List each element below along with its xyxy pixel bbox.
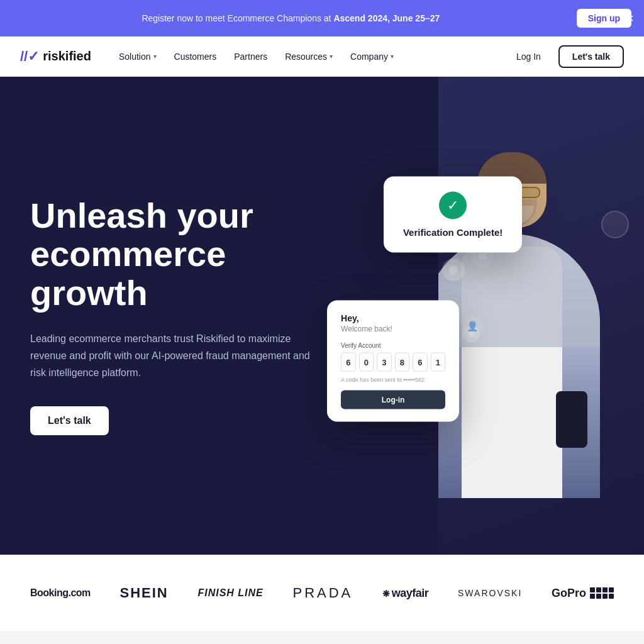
hero-section: Unleash your ecommerce growth Leading ec… <box>0 77 644 555</box>
chevron-down-icon: ▾ <box>391 53 394 60</box>
signup-button[interactable]: Sign up <box>577 9 631 28</box>
logo-booking: Booking.com <box>30 587 91 599</box>
welcome-sub-text: Welcome back! <box>341 325 445 333</box>
lets-talk-nav-button[interactable]: Let's talk <box>558 45 624 68</box>
logo-finish-line: FINISH LINE <box>197 587 263 599</box>
nav-item-partners[interactable]: Partners <box>226 47 275 67</box>
announcement-bar: Register now to meet Ecommerce Champions… <box>0 0 644 36</box>
verification-title: Verification Complete! <box>401 227 504 238</box>
code-digit-5: 6 <box>413 353 428 372</box>
chevron-down-icon: ▾ <box>330 53 333 60</box>
check-icon: ✓ <box>439 192 467 219</box>
hero-cta-button[interactable]: Let's talk <box>30 406 109 435</box>
code-input-boxes: 6 0 3 8 6 1 <box>341 353 445 372</box>
logo-wayfair: wayfair <box>382 587 428 600</box>
code-digit-6: 1 <box>431 353 446 372</box>
announcement-text: Register now to meet Ecommerce Champions… <box>13 13 569 23</box>
logo-swarovski: SWAROVSKI <box>458 588 522 598</box>
nav-links: Solution ▾ Customers Partners Resources … <box>111 47 509 67</box>
code-hint-text: A code has been sent to ••••••582 <box>341 377 445 383</box>
logos-section: Booking.com SHEIN FINISH LINE PRADA wayf… <box>0 555 644 632</box>
gopro-grid-icon <box>590 587 614 599</box>
login-button[interactable]: Log In <box>509 47 548 67</box>
logo-wordmark: riskified <box>43 49 91 64</box>
nav-item-solution[interactable]: Solution ▾ <box>111 47 164 67</box>
chevron-down-icon: ▾ <box>153 53 157 60</box>
code-digit-3: 3 <box>377 353 392 372</box>
ui-overlay: ✓ Verification Complete! Hey, Welcome ba… <box>333 202 472 409</box>
code-digit-1: 6 <box>341 353 356 372</box>
logo-icon: //✓ <box>20 48 39 65</box>
logo-gopro: GoPro <box>552 587 614 600</box>
code-digit-2: 0 <box>359 353 374 372</box>
decorative-circle <box>601 211 629 238</box>
verification-card: ✓ Verification Complete! <box>384 177 522 253</box>
nav-item-resources[interactable]: Resources ▾ <box>277 47 340 67</box>
verify-account-label: Verify Account <box>341 342 445 349</box>
hero-description: Leading ecommerce merchants trust Riskif… <box>30 330 319 382</box>
code-digit-4: 8 <box>395 353 410 372</box>
hero-title: Unleash your ecommerce growth <box>30 196 322 313</box>
logo-prada: PRADA <box>292 585 353 601</box>
nav-right: Log In Let's talk <box>509 45 624 68</box>
navbar: //✓ riskified Solution ▾ Customers Partn… <box>0 36 644 77</box>
login-card-button[interactable]: Log-in <box>341 391 445 409</box>
hero-content: Unleash your ecommerce growth Leading ec… <box>0 146 352 486</box>
bottom-section <box>0 632 644 644</box>
greeting-text: Hey, <box>341 313 445 323</box>
logo[interactable]: //✓ riskified <box>20 48 91 65</box>
nav-item-company[interactable]: Company ▾ <box>343 47 401 67</box>
logo-shein: SHEIN <box>120 585 169 601</box>
close-announcement-button[interactable]: × <box>626 12 634 25</box>
login-card: Hey, Welcome back! Verify Account 6 0 3 … <box>327 301 459 422</box>
nav-item-customers[interactable]: Customers <box>167 47 225 67</box>
